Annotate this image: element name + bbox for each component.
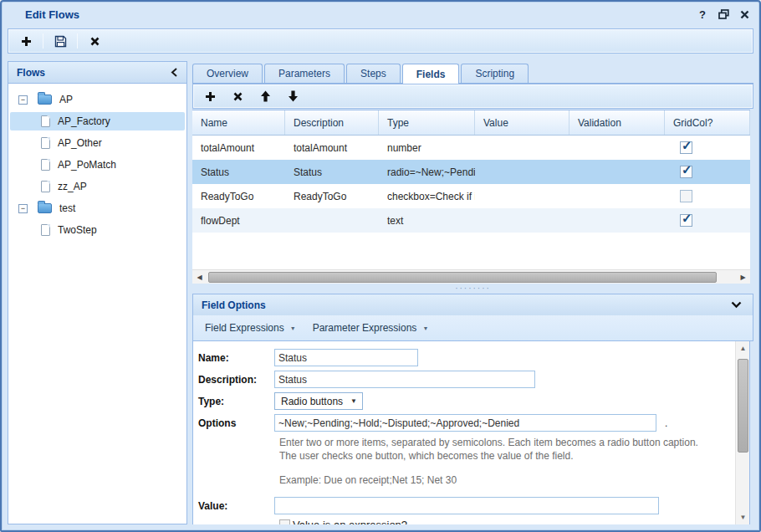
move-down-button[interactable]: [282, 86, 304, 106]
tab-strip: Overview Parameters Steps Fields Scripti…: [192, 64, 753, 84]
window-title: Edit Flows: [25, 8, 79, 21]
save-button[interactable]: [48, 31, 73, 51]
table-header-row: NameDescriptionTypeValueValidationGridCo…: [192, 110, 750, 136]
delete-field-button[interactable]: [227, 86, 248, 106]
gridcol-checkbox[interactable]: [680, 214, 692, 227]
tree-item-ap_pomatch[interactable]: AP_PoMatch: [8, 156, 186, 174]
scroll-left-arrow-icon[interactable]: ◀: [192, 270, 207, 284]
scroll-down-arrow-icon[interactable]: ▼: [736, 510, 750, 524]
add-button[interactable]: [13, 31, 38, 51]
horizontal-scrollbar-thumb[interactable]: [208, 272, 717, 283]
tree-item-ap_other[interactable]: AP_Other: [8, 134, 186, 152]
scroll-right-arrow-icon[interactable]: ▶: [736, 270, 750, 284]
tab-overview[interactable]: Overview: [192, 64, 263, 83]
collapse-expander-icon[interactable]: [18, 95, 28, 105]
name-field[interactable]: [274, 349, 418, 366]
vertical-scrollbar-thumb[interactable]: [738, 359, 748, 453]
column-header-gridcol[interactable]: GridCol?: [665, 110, 750, 135]
window-controls: ?: [696, 8, 751, 21]
file-icon: [41, 137, 50, 149]
tree-item-zz_ap[interactable]: zz_AP: [8, 177, 186, 196]
type-select[interactable]: Radio buttons ▼: [274, 392, 363, 410]
file-icon: [41, 181, 50, 192]
options-label: Options: [198, 417, 274, 429]
gridcol-checkbox[interactable]: [680, 190, 692, 202]
table-row-totalamount[interactable]: totalAmount totalAmount number: [192, 136, 750, 160]
edit-flows-window: Edit Flows ? Flows AP AP_Factory AP_Othe…: [0, 0, 761, 532]
flows-panel-title: Flows: [17, 67, 45, 79]
folder-icon: [38, 203, 52, 213]
field-options-header: Field Options: [192, 294, 753, 316]
gridcol-checkbox[interactable]: [680, 141, 692, 154]
file-icon: [41, 159, 50, 171]
options-help-text: Enter two or more items, separated by se…: [279, 436, 735, 463]
delete-button[interactable]: [82, 31, 107, 51]
collapse-section-button[interactable]: [730, 299, 743, 311]
flows-panel-header: Flows: [8, 62, 186, 84]
name-label: Name:: [198, 352, 274, 364]
add-field-button[interactable]: [199, 86, 221, 106]
table-row-status[interactable]: Status Status radio=~New;~Pendi: [192, 160, 750, 184]
tab-parameters[interactable]: Parameters: [264, 64, 345, 83]
column-header-validation[interactable]: Validation: [569, 110, 665, 135]
tree-item-twostep[interactable]: TwoStep: [8, 221, 186, 239]
gridcol-checkbox[interactable]: [680, 166, 692, 178]
help-button[interactable]: ?: [696, 8, 709, 21]
collapse-panel-button[interactable]: [167, 66, 180, 79]
vertical-scrollbar[interactable]: ▲ ▼: [735, 341, 749, 524]
column-header-value[interactable]: Value: [475, 110, 569, 135]
tab-fields[interactable]: Fields: [402, 64, 460, 84]
menu-field-expressions[interactable]: Field Expressions ▼: [198, 320, 303, 336]
options-field[interactable]: [274, 414, 656, 432]
restore-button[interactable]: [717, 8, 730, 21]
options-suffix: .: [665, 417, 667, 429]
tab-scripting[interactable]: Scripting: [461, 64, 529, 83]
value-label: Value:: [198, 500, 274, 512]
description-field[interactable]: [274, 371, 535, 388]
main-toolbar: [8, 28, 753, 54]
panel-splitter[interactable]: ········: [192, 284, 753, 294]
table-row-readytogo[interactable]: ReadyToGo ReadyToGo checkbox=Check if it: [192, 184, 750, 208]
tree-item-ap_factory[interactable]: AP_Factory: [10, 112, 185, 130]
chevron-down-icon: ▼: [350, 397, 357, 405]
tree-folder-ap[interactable]: AP: [8, 90, 186, 109]
chevron-down-icon: ▼: [290, 325, 296, 331]
fields-toolbar: [192, 84, 753, 109]
file-icon: [41, 115, 50, 127]
description-label: Description:: [198, 374, 274, 386]
tab-steps[interactable]: Steps: [346, 64, 401, 83]
field-options-form-panel: Name: Description: Type: Radio buttons ▼…: [192, 341, 750, 524]
toolbar-separator: [43, 33, 43, 49]
options-example-text: Example: Due on receipt;Net 15; Net 30: [279, 474, 735, 486]
file-icon: [41, 224, 50, 236]
table-row-flowdept[interactable]: flowDept text: [192, 208, 750, 233]
folder-icon: [38, 95, 52, 105]
flows-tree: AP AP_Factory AP_Other AP_PoMatch zz_AP …: [8, 84, 186, 239]
tree-folder-test[interactable]: test: [8, 199, 186, 217]
column-header-name[interactable]: Name: [192, 110, 285, 135]
column-header-description[interactable]: Description: [285, 110, 379, 135]
type-label: Type:: [198, 396, 274, 407]
collapse-expander-icon[interactable]: [18, 204, 28, 213]
value-field[interactable]: [274, 497, 659, 514]
move-up-button[interactable]: [254, 86, 276, 106]
expressions-menubar: Field Expressions ▼ Parameter Expression…: [192, 315, 753, 341]
menu-parameter-expressions[interactable]: Parameter Expressions ▼: [306, 320, 436, 336]
flows-panel: Flows AP AP_Factory AP_Other AP_PoMatch …: [8, 61, 187, 524]
horizontal-scrollbar[interactable]: ◀ ▶: [192, 269, 750, 284]
chevron-down-icon: ▼: [422, 325, 428, 331]
column-header-type[interactable]: Type: [379, 110, 475, 135]
type-select-value: Radio buttons: [281, 396, 343, 407]
window-titlebar: Edit Flows ?: [2, 2, 759, 27]
scroll-up-arrow-icon[interactable]: ▲: [736, 341, 750, 356]
toolbar-separator: [77, 33, 78, 49]
field-options-title: Field Options: [202, 299, 266, 311]
value-is-expression-label: Value is an expression?: [293, 519, 407, 524]
close-button[interactable]: [738, 8, 751, 21]
fields-table: NameDescriptionTypeValueValidationGridCo…: [192, 110, 750, 284]
value-is-expression-checkbox[interactable]: [279, 519, 290, 524]
